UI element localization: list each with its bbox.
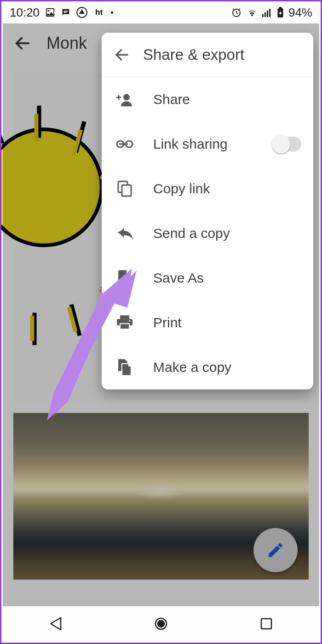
link-icon (115, 139, 135, 149)
person-add-icon (115, 93, 135, 106)
svg-rect-7 (264, 12, 266, 17)
svg-point-1 (48, 10, 50, 12)
sheet-title: Share & export (143, 46, 244, 64)
svg-rect-2 (63, 11, 68, 12)
wifi-icon (247, 8, 258, 17)
menu-label: Save As (153, 270, 301, 286)
status-time: 10:20 (10, 6, 40, 20)
svg-rect-9 (269, 9, 270, 17)
photo-sunset (13, 413, 309, 580)
document-title[interactable]: Monk (46, 34, 87, 53)
messages-icon (61, 7, 71, 17)
adaway-icon (76, 7, 87, 18)
share-export-sheet: Share & export Share Link sharing Copy l… (102, 33, 313, 389)
menu-label: Copy link (153, 181, 301, 197)
nav-home-button[interactable] (152, 615, 170, 633)
copy-icon (115, 180, 135, 197)
battery-percent: 94% (288, 6, 312, 20)
menu-item-share[interactable]: Share (102, 77, 313, 122)
navigation-bar (3, 606, 319, 641)
nav-back-button[interactable] (46, 615, 65, 633)
sheet-back-icon[interactable] (114, 46, 130, 63)
svg-rect-11 (279, 7, 282, 8)
status-bar: 10:20 ht • 94% (1, 1, 321, 23)
menu-label: Make a copy (153, 360, 301, 375)
link-sharing-toggle[interactable] (273, 137, 301, 151)
svg-point-23 (129, 320, 130, 321)
alarm-icon (231, 7, 242, 18)
edit-fab[interactable] (253, 528, 298, 572)
menu-item-print[interactable]: Print (102, 300, 313, 345)
menu-label: Link sharing (153, 136, 254, 152)
filecopy-icon (115, 359, 135, 376)
svg-point-12 (123, 94, 130, 100)
signal-icon (262, 8, 272, 17)
sheet-header: Share & export (102, 33, 313, 77)
pencil-icon (266, 541, 285, 559)
battery-icon (277, 7, 284, 18)
menu-item-save-as[interactable]: Save As (102, 255, 313, 300)
svg-rect-19 (122, 185, 131, 196)
svg-rect-3 (63, 12, 66, 13)
nav-recent-button[interactable] (257, 615, 276, 633)
menu-item-make-copy[interactable]: Make a copy (102, 345, 313, 389)
svg-rect-20 (120, 315, 129, 319)
svg-rect-8 (267, 11, 268, 17)
svg-rect-22 (120, 324, 129, 329)
file-icon (115, 270, 135, 286)
svg-rect-29 (261, 619, 271, 629)
ht-icon: ht (93, 7, 105, 17)
svg-point-28 (158, 621, 164, 627)
more-notifications-icon: • (110, 7, 114, 18)
svg-rect-14 (118, 95, 120, 99)
send-icon (115, 227, 135, 240)
print-icon (115, 315, 135, 330)
menu-label: Share (153, 92, 301, 107)
menu-item-copy-link[interactable]: Copy link (102, 166, 313, 211)
svg-rect-6 (262, 14, 264, 17)
menu-item-link-sharing[interactable]: Link sharing (102, 122, 313, 166)
menu-label: Print (153, 315, 301, 331)
menu-label: Send a copy (153, 226, 301, 241)
back-icon[interactable] (13, 34, 32, 52)
image-icon (45, 7, 55, 17)
menu-item-send-copy[interactable]: Send a copy (102, 211, 313, 255)
